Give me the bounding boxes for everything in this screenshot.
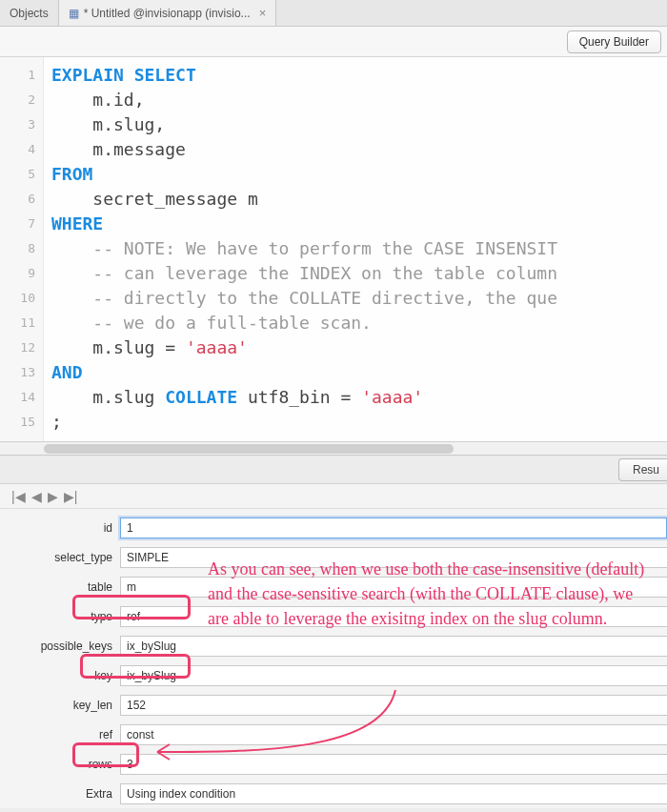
code-area[interactable]: EXPLAIN SELECT m.id, m.slug, m.messageFR…: [44, 57, 667, 441]
field-value[interactable]: 3: [120, 754, 667, 775]
table-icon: ▦: [69, 7, 79, 20]
field-value[interactable]: ix_bySlug: [120, 665, 667, 686]
tab-label: * Untitled @invisionapp (invisio...: [84, 7, 251, 20]
field-label: possible_keys: [0, 639, 120, 653]
line-gutter: 123456789101112131415: [0, 57, 44, 441]
result-row-key-len: key_len 152: [0, 690, 667, 720]
tab-active-query[interactable]: ▦ * Untitled @invisionapp (invisio... ×: [59, 0, 277, 26]
field-label: select_type: [0, 551, 120, 564]
field-value[interactable]: 152: [120, 695, 667, 716]
field-label: table: [0, 580, 120, 594]
result-row-id: id 1: [0, 513, 667, 542]
field-value[interactable]: 1: [120, 518, 667, 538]
field-value[interactable]: m: [120, 577, 667, 598]
field-label: rows: [0, 758, 120, 771]
nav-prev-icon[interactable]: ◀: [31, 489, 42, 504]
nav-first-icon[interactable]: |◀: [11, 489, 26, 504]
field-label: key_len: [0, 699, 120, 712]
field-label: type: [0, 610, 120, 623]
nav-last-icon[interactable]: ▶|: [64, 489, 78, 504]
results-tab-button[interactable]: Resu: [618, 458, 667, 481]
close-icon[interactable]: ×: [259, 6, 267, 20]
scrollbar-thumb[interactable]: [44, 444, 454, 454]
explain-results: id 1 select_type SIMPLE table m type ref…: [0, 509, 667, 808]
field-value[interactable]: ix_bySlug: [120, 636, 667, 657]
nav-next-icon[interactable]: ▶: [48, 489, 58, 504]
query-builder-button[interactable]: Query Builder: [567, 30, 661, 53]
field-value[interactable]: Using index condition: [120, 783, 667, 804]
editor-toolbar: Query Builder: [0, 27, 667, 57]
field-value[interactable]: const: [120, 724, 667, 745]
result-row-extra: Extra Using index condition: [0, 779, 667, 808]
result-row-type: type ref: [0, 601, 667, 631]
tab-objects[interactable]: Objects: [0, 0, 59, 26]
tab-label: Objects: [10, 7, 49, 20]
horizontal-scrollbar[interactable]: [0, 442, 667, 456]
tab-bar: Objects ▦ * Untitled @invisionapp (invis…: [0, 0, 667, 27]
field-label: Extra: [0, 787, 120, 801]
result-row-table: table m: [0, 572, 667, 601]
field-label: ref: [0, 728, 120, 741]
result-row-ref: ref const: [0, 720, 667, 749]
record-nav: |◀ ◀ ▶ ▶|: [0, 484, 667, 509]
field-label: id: [0, 521, 120, 535]
field-value[interactable]: ref: [120, 606, 667, 627]
result-row-select-type: select_type SIMPLE: [0, 542, 667, 572]
result-row-rows: rows 3: [0, 749, 667, 779]
result-row-possible-keys: possible_keys ix_bySlug: [0, 631, 667, 660]
field-label: key: [0, 669, 120, 682]
field-value[interactable]: SIMPLE: [120, 547, 667, 568]
sql-editor[interactable]: 123456789101112131415 EXPLAIN SELECT m.i…: [0, 57, 667, 442]
results-toolbar: Resu: [0, 456, 667, 484]
result-row-key: key ix_bySlug: [0, 660, 667, 690]
